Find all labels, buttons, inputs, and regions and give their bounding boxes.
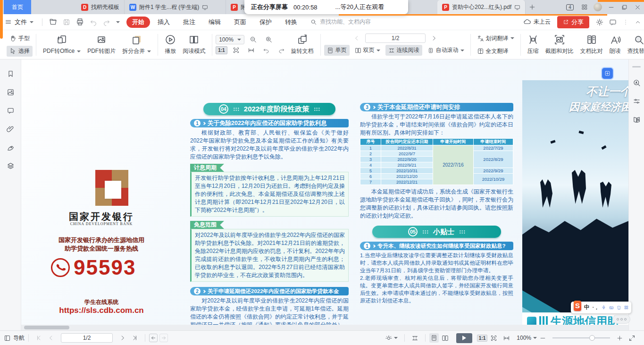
scrollbar-thumb[interactable] — [24, 326, 69, 329]
rotate-left-button[interactable] — [260, 47, 273, 54]
zoom-slider-knob[interactable] — [589, 335, 595, 341]
print-button[interactable] — [73, 18, 87, 26]
next-page-button[interactable] — [117, 335, 129, 341]
ime-toolbar[interactable]: S 中 ·， — [571, 302, 631, 313]
continuous-read-button[interactable]: 连续阅读 — [385, 45, 422, 56]
panel-drag-handle[interactable] — [632, 66, 641, 67]
select-tool-button[interactable]: 选择 — [7, 46, 33, 57]
ribbon-tab-convert[interactable]: 转换 — [279, 17, 303, 28]
rotate-document-button[interactable]: 旋转文档 — [288, 34, 317, 55]
tab-docer-templates[interactable]: D 找稻壳模板 — [76, 0, 125, 14]
tab-attachment1[interactable]: W 附件1 学生...程 (学生端) — [125, 0, 226, 14]
ribbon-tab-home[interactable]: 开始 — [126, 17, 150, 28]
file-menu[interactable]: 文件 — [0, 18, 38, 26]
full-translate-button[interactable]: 全文翻译 — [474, 46, 517, 57]
bookmarks-panel-button[interactable] — [7, 70, 15, 78]
doc-compare-button[interactable]: 文档比对 — [577, 34, 606, 55]
history-back-button[interactable] — [149, 334, 158, 342]
floating-page-tool-button[interactable] — [602, 68, 613, 79]
play-slideshow-button[interactable] — [456, 333, 472, 343]
read-mode-button[interactable]: 阅读模式 — [179, 34, 209, 55]
signature-panel-button[interactable] — [7, 143, 15, 151]
fit-page-button[interactable] — [230, 47, 243, 54]
cloud-status[interactable]: 未上云 — [523, 18, 551, 26]
feedback-button[interactable] — [606, 18, 619, 26]
hand-tool-button[interactable]: 手型 — [7, 33, 33, 44]
double-page-button[interactable]: 双页 — [352, 45, 383, 56]
open-file-button[interactable] — [46, 18, 60, 26]
share-button[interactable]: 分享 — [557, 16, 589, 28]
pdf-to-image-button[interactable]: PDF转图片 — [84, 34, 119, 55]
continuous-read-button[interactable] — [409, 335, 421, 342]
undo-button[interactable] — [87, 18, 100, 26]
keyboard-icon[interactable] — [609, 304, 614, 311]
zoom-level-select[interactable]: 100% — [517, 335, 537, 341]
collapse-ribbon-button[interactable] — [632, 19, 644, 25]
zoom-slider[interactable] — [552, 337, 610, 338]
compress-button[interactable]: 压缩 — [524, 34, 542, 55]
ribbon-tab-edit[interactable]: 编辑 — [203, 17, 226, 28]
ribbon-tab-insert[interactable]: 插入 — [152, 17, 176, 28]
microphone-icon[interactable] — [602, 304, 606, 311]
next-page-button[interactable] — [428, 35, 440, 42]
word-translate-button[interactable]: 划词翻译 — [474, 33, 517, 44]
maximize-button[interactable] — [618, 0, 631, 14]
comments-panel-button[interactable] — [7, 107, 15, 115]
save-button[interactable] — [60, 18, 73, 26]
fit-width-button[interactable] — [245, 47, 258, 54]
single-page-button[interactable]: 单页 — [324, 45, 350, 56]
snapshot-compare-button[interactable]: 截图和对比 — [542, 34, 577, 55]
previous-page-button[interactable] — [45, 335, 57, 341]
pdf-to-office-button[interactable]: PDF转Office — [40, 34, 84, 55]
search-input[interactable]: 查找功能、文档内容 — [310, 18, 371, 26]
previous-page-button[interactable] — [351, 35, 363, 42]
find-replace-button[interactable]: 查找替换 — [624, 34, 644, 55]
navigation-toggle[interactable]: 导航 — [4, 334, 25, 342]
double-page-button[interactable] — [439, 335, 452, 342]
ime-punctuation-toggle[interactable]: ·， — [593, 304, 599, 311]
screen-share-banner[interactable]: 正在分享屏幕 00:20:58 ...等20人正在观看 — [244, 0, 408, 14]
zoom-in-button[interactable] — [262, 36, 276, 43]
fit-page-button[interactable] — [487, 335, 500, 342]
eye-protection-button[interactable] — [382, 334, 401, 342]
toolbox-grid-icon[interactable] — [624, 304, 628, 311]
customize-quickbar-button[interactable] — [113, 21, 123, 23]
zoom-level-select[interactable]: 100% — [216, 35, 244, 44]
last-page-button[interactable] — [129, 335, 141, 341]
zoom-out-button[interactable] — [537, 335, 549, 341]
avatar[interactable] — [591, 0, 604, 14]
close-button[interactable] — [631, 0, 644, 14]
actual-size-button[interactable]: 1:1 — [216, 46, 227, 54]
tab-manager-button[interactable]: 4 — [562, 0, 578, 14]
auto-scroll-button[interactable]: 自动滚动 — [425, 45, 467, 56]
ime-language-toggle[interactable]: 中 — [584, 303, 590, 311]
attachments-panel-button[interactable] — [7, 125, 15, 133]
page-number-input[interactable]: 1/2 — [365, 34, 426, 43]
online-system-url[interactable]: https://sls.cdb.com.cn — [33, 306, 170, 315]
split-merge-button[interactable]: 拆分合并 — [119, 34, 154, 55]
tab-active-pdf[interactable]: P 资助中心202...红头).pdf — [437, 0, 526, 14]
find-panel-button[interactable] — [633, 79, 641, 87]
layers-panel-button[interactable] — [7, 162, 15, 170]
fullscreen-button[interactable] — [626, 335, 638, 342]
sogou-logo[interactable]: S — [574, 301, 581, 311]
horizontal-scrollbar[interactable] — [21, 325, 628, 330]
pdf-page[interactable]: 国家开发银行 CHINA DEVELOPMENT BANK 国家开发银行承办的生… — [21, 59, 628, 330]
settings-button[interactable] — [593, 18, 606, 26]
read-aloud-button[interactable]: 朗读 — [606, 34, 624, 55]
zoom-out-button[interactable] — [247, 36, 260, 43]
fit-width-button[interactable] — [500, 335, 513, 342]
single-page-button[interactable] — [429, 333, 439, 343]
page-number-input[interactable]: 1/2 — [61, 333, 113, 343]
library-panel-button[interactable] — [633, 116, 641, 124]
new-tab-button[interactable] — [526, 0, 539, 14]
skin-icon[interactable] — [617, 304, 621, 311]
rotate-right-button[interactable] — [275, 47, 288, 54]
properties-panel-button[interactable] — [633, 97, 641, 105]
actual-size-button[interactable]: 1:1 — [477, 335, 487, 342]
history-forward-button[interactable] — [159, 334, 168, 342]
zoom-in-button[interactable] — [614, 335, 626, 341]
thumbnails-panel-button[interactable] — [7, 88, 15, 96]
ribbon-tab-protect[interactable]: 保护 — [254, 17, 277, 28]
redo-button[interactable] — [100, 18, 113, 26]
